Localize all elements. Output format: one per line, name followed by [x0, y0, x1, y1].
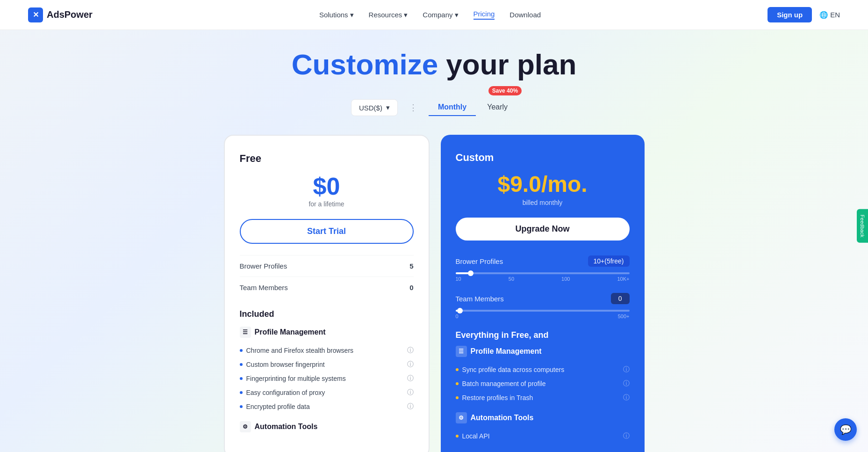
custom-profile-management-header: ☰ Profile Management — [456, 346, 630, 357]
bullet-icon — [240, 391, 243, 394]
chevron-down-icon: ▾ — [350, 11, 354, 19]
billing-controls: USD($) ▾ ⋮ Monthly Yearly Save 40% — [351, 99, 517, 116]
bullet-icon — [240, 377, 243, 380]
free-plan-title: Free — [240, 153, 414, 165]
currency-label: USD($) — [359, 104, 382, 112]
main-content: Customize your plan USD($) ▾ ⋮ Monthly Y… — [0, 30, 868, 452]
logo[interactable]: ✕ AdsPower — [28, 7, 93, 22]
info-icon[interactable]: ⓘ — [407, 360, 414, 369]
automation-tools-icon: ⚙ — [240, 421, 251, 432]
custom-bullet-icon — [456, 368, 459, 371]
custom-plan-title: Custom — [456, 152, 630, 164]
free-browser-profiles-value: 5 — [409, 262, 413, 270]
free-feature-item: Fingerprinting for multiple systems ⓘ — [240, 372, 414, 386]
custom-team-members-row: Team Members 0 — [456, 289, 630, 308]
custom-automation-tools-group: ⚙ Automation Tools Local API ⓘ — [456, 412, 630, 443]
custom-browser-profiles-value: 10+(5free) — [588, 255, 630, 267]
custom-team-members-label: Team Members — [456, 295, 504, 303]
custom-browser-profiles-label: Brower Profiles — [456, 257, 503, 265]
free-browser-profiles-label: Brower Profiles — [240, 262, 287, 270]
info-icon[interactable]: ⓘ — [623, 394, 630, 402]
pricing-cards: Free $0 for a lifetime Start Trial Browe… — [224, 135, 645, 452]
nav-pricing[interactable]: Pricing — [473, 10, 495, 20]
free-profile-management-group: ☰ Profile Management Chrome and Firefox … — [240, 327, 414, 414]
info-icon[interactable]: ⓘ — [623, 432, 630, 440]
free-price-subtitle: for a lifetime — [240, 200, 414, 208]
free-automation-tools-header: ⚙ Automation Tools — [240, 421, 414, 432]
nav-links: Solutions ▾ Resources ▾ Company ▾ Pricin… — [319, 10, 541, 20]
info-icon[interactable]: ⓘ — [407, 346, 414, 355]
custom-bullet-icon — [456, 382, 459, 385]
save-badge: Save 40% — [488, 86, 522, 95]
logo-icon: ✕ — [28, 7, 43, 22]
profile-management-icon: ☰ — [240, 327, 251, 338]
nav-solutions[interactable]: Solutions ▾ — [319, 11, 354, 19]
bullet-icon — [240, 363, 243, 366]
tab-monthly[interactable]: Monthly — [429, 99, 476, 116]
page-title: Customize your plan — [292, 49, 577, 80]
upgrade-now-button[interactable]: Upgrade Now — [456, 218, 630, 241]
custom-plan-card: Custom $9.0/mo. billed monthly Upgrade N… — [441, 135, 645, 452]
included-section: Included ☰ Profile Management Chrome and… — [240, 309, 414, 432]
free-feature-item: Custom browser fingerprint ⓘ — [240, 357, 414, 372]
bullet-icon — [240, 405, 243, 408]
free-profile-management-label: Profile Management — [255, 328, 326, 336]
chat-icon: 💬 — [840, 424, 852, 435]
free-feature-item: Chrome and Firefox stealth browsers ⓘ — [240, 343, 414, 357]
tab-yearly[interactable]: Yearly Save 40% — [478, 99, 517, 116]
free-profile-management-header: ☰ Profile Management — [240, 327, 414, 338]
logo-text: AdsPower — [47, 9, 93, 20]
custom-automation-tools-header: ⚙ Automation Tools — [456, 412, 630, 423]
divider: ⋮ — [409, 102, 417, 113]
bullet-icon — [240, 349, 243, 352]
custom-feature-item: Batch management of profile ⓘ — [456, 377, 630, 391]
custom-feature-item: Restore profiles in Trash ⓘ — [456, 391, 630, 405]
title-blue: Customize — [292, 48, 438, 80]
included-title: Included — [240, 309, 414, 319]
start-trial-button[interactable]: Start Trial — [240, 219, 414, 244]
free-team-members-row: Team Members 0 — [240, 277, 414, 298]
globe-icon: 🌐 — [819, 11, 828, 19]
free-price: $0 — [240, 172, 414, 200]
free-automation-tools-group: ⚙ Automation Tools — [240, 421, 414, 432]
free-plan-card: Free $0 for a lifetime Start Trial Browe… — [224, 135, 430, 452]
currency-selector[interactable]: USD($) ▾ — [351, 99, 398, 116]
custom-price: $9.0/mo. — [456, 171, 630, 197]
navbar: ✕ AdsPower Solutions ▾ Resources ▾ Compa… — [0, 0, 868, 30]
nav-company[interactable]: Company ▾ — [423, 11, 458, 19]
free-feature-item: Easy configuration of proxy ⓘ — [240, 386, 414, 400]
chevron-down-icon: ▾ — [404, 11, 408, 19]
custom-feature-item: Sync profile data across computers ⓘ — [456, 363, 630, 377]
free-browser-profiles-row: Brower Profiles 5 — [240, 255, 414, 277]
info-icon[interactable]: ⓘ — [407, 402, 414, 411]
chevron-down-icon: ▾ — [386, 103, 390, 112]
info-icon[interactable]: ⓘ — [623, 365, 630, 374]
custom-profile-management-group: ☰ Profile Management Sync profile data a… — [456, 346, 630, 405]
nav-resources[interactable]: Resources ▾ — [369, 11, 408, 19]
title-dark: your plan — [438, 48, 576, 80]
browser-profiles-slider[interactable]: 10 50 100 10K+ — [456, 270, 630, 285]
nav-download[interactable]: Download — [509, 11, 541, 19]
everything-title: Everything in Free, and — [456, 330, 630, 340]
info-icon[interactable]: ⓘ — [623, 379, 630, 388]
custom-feature-item: Local API ⓘ — [456, 429, 630, 443]
info-icon[interactable]: ⓘ — [407, 374, 414, 383]
language-selector[interactable]: 🌐 EN — [819, 11, 840, 19]
custom-profile-management-icon: ☰ — [456, 346, 467, 357]
free-team-members-label: Team Members — [240, 284, 288, 292]
chat-widget[interactable]: 💬 — [834, 418, 857, 441]
side-feedback-tab[interactable]: Feedback — [857, 209, 868, 243]
free-automation-tools-label: Automation Tools — [255, 423, 318, 431]
billing-tabs: Monthly Yearly Save 40% — [429, 99, 517, 116]
free-team-members-value: 0 — [409, 284, 413, 292]
free-feature-item: Encrypted profile data ⓘ — [240, 400, 414, 414]
custom-bullet-icon — [456, 396, 459, 399]
team-members-slider[interactable]: 0 500+ — [456, 308, 630, 323]
info-icon[interactable]: ⓘ — [407, 388, 414, 397]
chevron-down-icon: ▾ — [455, 11, 459, 19]
custom-team-members-value: 0 — [611, 293, 630, 304]
custom-browser-profiles-row: Brower Profiles 10+(5free) — [456, 252, 630, 270]
custom-automation-tools-icon: ⚙ — [456, 412, 467, 423]
nav-right: Sign up 🌐 EN — [768, 7, 840, 22]
signup-button[interactable]: Sign up — [768, 7, 812, 22]
